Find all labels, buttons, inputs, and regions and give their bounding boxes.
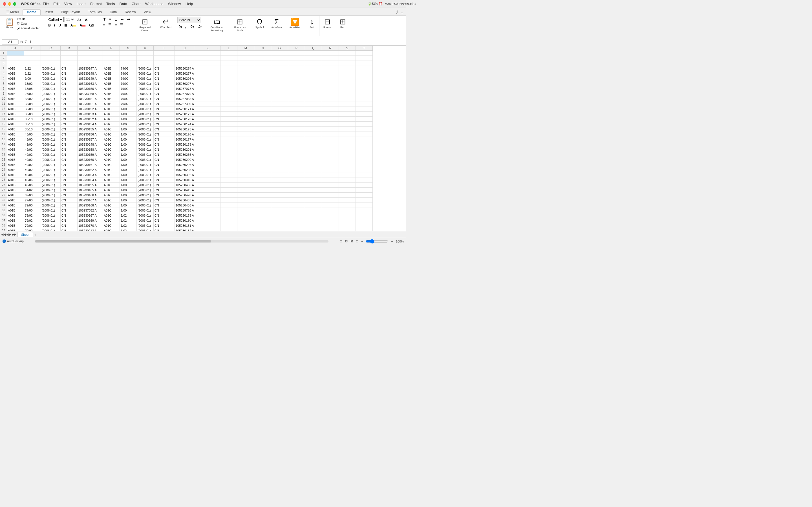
row-number[interactable]: 6	[0, 76, 7, 81]
cell[interactable]	[254, 167, 271, 172]
cell[interactable]	[305, 132, 322, 137]
row-number[interactable]: 18	[0, 137, 7, 142]
cell[interactable]	[305, 86, 322, 91]
cell[interactable]	[356, 96, 372, 101]
cell[interactable]	[220, 96, 237, 101]
cell[interactable]	[356, 167, 372, 172]
cell[interactable]: 105230180 A	[175, 218, 195, 223]
scroll-bar-track[interactable]	[35, 240, 328, 242]
cell[interactable]	[356, 122, 372, 127]
cell[interactable]	[288, 86, 305, 91]
tab-insert[interactable]: Insert	[41, 10, 57, 15]
cell[interactable]: 105230175 A	[175, 127, 195, 132]
border-button[interactable]: ⊞	[63, 23, 68, 28]
cell[interactable]: CN	[154, 228, 175, 231]
cell[interactable]	[195, 66, 220, 71]
cell[interactable]	[237, 107, 254, 112]
cell[interactable]: 49/02	[24, 152, 41, 157]
cell[interactable]	[41, 56, 61, 61]
cell[interactable]: (2006.01)	[41, 213, 61, 218]
cell[interactable]: A01B	[7, 66, 24, 71]
cell[interactable]: (2006.01)	[137, 127, 154, 132]
cell[interactable]	[103, 56, 120, 61]
cell[interactable]: 33/08	[24, 112, 41, 117]
cell[interactable]: 105230435 A	[175, 198, 195, 203]
cell[interactable]: CN	[154, 122, 175, 127]
cell[interactable]	[322, 56, 339, 61]
cell[interactable]: A01C	[103, 182, 120, 187]
cell[interactable]	[195, 218, 220, 223]
cell[interactable]	[154, 56, 175, 61]
cell[interactable]: (2006.01)	[137, 122, 154, 127]
cell[interactable]	[339, 162, 356, 167]
cell[interactable]: 105230163 A	[78, 172, 103, 177]
cell[interactable]: (2006.01)	[41, 203, 61, 208]
cell[interactable]	[305, 142, 322, 147]
formula-picker-icon[interactable]: fx	[20, 40, 23, 44]
cell[interactable]	[322, 142, 339, 147]
cell[interactable]: 105230274 A	[175, 66, 195, 71]
cell[interactable]: A01B	[7, 177, 24, 182]
cell[interactable]: A01B	[7, 71, 24, 76]
cell[interactable]	[237, 187, 254, 193]
cell[interactable]: A01C	[103, 157, 120, 162]
cell[interactable]	[305, 122, 322, 127]
cell[interactable]	[154, 61, 175, 66]
cell[interactable]: A01B	[7, 112, 24, 117]
cell[interactable]: CN	[61, 81, 78, 86]
cell[interactable]	[237, 51, 254, 56]
row-number[interactable]: 10	[0, 96, 7, 101]
cell[interactable]: 105230298 A	[175, 167, 195, 172]
cell[interactable]	[254, 81, 271, 86]
cell[interactable]	[254, 127, 271, 132]
rowcol-button[interactable]: ⊞ Ro...	[337, 17, 349, 30]
cell[interactable]	[154, 51, 175, 56]
cell[interactable]	[356, 228, 372, 231]
cell[interactable]: 105230166 A	[78, 193, 103, 198]
row-number[interactable]: 27	[0, 182, 7, 187]
cell[interactable]: 105230290 A	[175, 157, 195, 162]
cell[interactable]	[271, 152, 288, 157]
cell[interactable]: 79/02	[24, 228, 41, 231]
cell[interactable]	[103, 61, 120, 66]
cell[interactable]	[288, 117, 305, 122]
cell[interactable]	[339, 177, 356, 182]
cell[interactable]: CN	[154, 71, 175, 76]
cell[interactable]	[120, 61, 137, 66]
cell[interactable]: CN	[154, 112, 175, 117]
italic-button[interactable]: I	[53, 23, 56, 28]
cell[interactable]	[322, 177, 339, 182]
cell[interactable]	[339, 228, 356, 231]
cell[interactable]	[288, 213, 305, 218]
col-header-O[interactable]: O	[271, 46, 288, 51]
cell[interactable]: A01C	[103, 122, 120, 127]
row-number[interactable]: 14	[0, 117, 7, 122]
cell[interactable]	[271, 101, 288, 107]
cell[interactable]	[271, 61, 288, 66]
cell[interactable]	[237, 117, 254, 122]
cell[interactable]	[271, 122, 288, 127]
cell[interactable]	[271, 203, 288, 208]
menu-file[interactable]: File	[43, 2, 49, 6]
cell[interactable]: A01C	[103, 193, 120, 198]
cell[interactable]: CN	[154, 86, 175, 91]
cell[interactable]: 49/04	[24, 172, 41, 177]
cell[interactable]: 105230173 A	[175, 117, 195, 122]
cell[interactable]: (2006.01)	[137, 228, 154, 231]
cell[interactable]: A01C	[103, 198, 120, 203]
cell[interactable]: CN	[61, 71, 78, 76]
tab-page-layout[interactable]: Page Layout	[57, 10, 84, 15]
sheet-nav-first[interactable]: ◀◀	[1, 233, 6, 236]
cell[interactable]: 1/00	[120, 203, 137, 208]
cell[interactable]	[305, 182, 322, 187]
cell[interactable]	[322, 182, 339, 187]
col-header-H[interactable]: H	[137, 46, 154, 51]
cell[interactable]	[254, 182, 271, 187]
cell[interactable]	[339, 193, 356, 198]
cell[interactable]	[322, 228, 339, 231]
cell[interactable]: 105230153 A	[78, 112, 103, 117]
col-header-E[interactable]: E	[78, 46, 103, 51]
cell[interactable]	[339, 86, 356, 91]
cell[interactable]	[339, 198, 356, 203]
cell[interactable]: A01B	[7, 142, 24, 147]
